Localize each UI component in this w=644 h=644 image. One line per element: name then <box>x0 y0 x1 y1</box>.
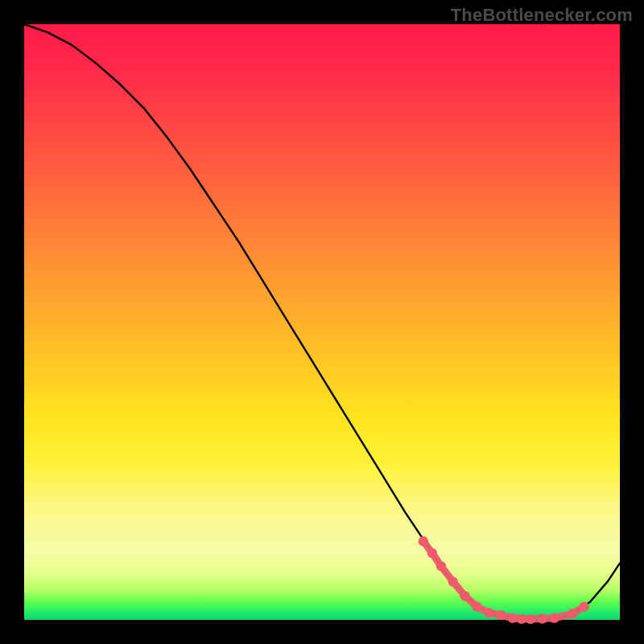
highlight-dot <box>568 609 577 618</box>
highlight-dot <box>549 613 559 623</box>
watermark-text: TheBottlenecker.com <box>451 5 633 26</box>
curve-svg <box>24 24 620 620</box>
chart-frame: TheBottlenecker.com <box>0 0 644 644</box>
highlight-dot <box>484 608 493 617</box>
highlight-dot <box>508 613 518 623</box>
highlight-dot <box>448 576 458 586</box>
highlight-dot <box>472 602 481 612</box>
highlight-dot <box>419 536 428 546</box>
highlight-dot <box>517 614 526 624</box>
bottleneck-curve <box>24 24 620 619</box>
highlight-dot <box>579 602 588 612</box>
highlight-dots <box>419 536 589 624</box>
highlight-dot <box>496 610 506 620</box>
highlight-dot <box>526 614 535 624</box>
highlight-dot <box>436 561 446 571</box>
plot-area <box>24 24 620 620</box>
highlight-dot <box>538 613 547 623</box>
highlight-dot <box>460 591 469 601</box>
highlight-dot <box>427 548 437 558</box>
marker-segments <box>423 541 584 619</box>
